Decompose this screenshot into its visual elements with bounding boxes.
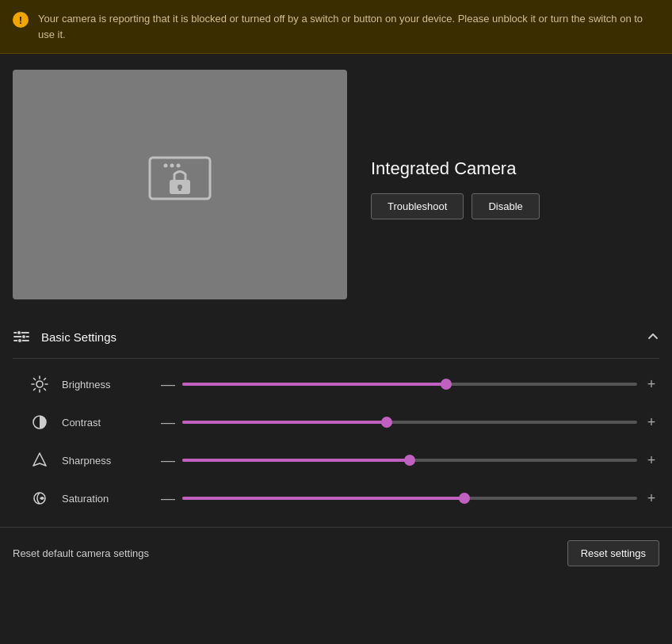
sliders-container: Brightness — + Contrast — [13, 359, 659, 524]
camera-buttons: Troubleshoot Disable [371, 193, 540, 219]
brightness-row: Brightness — + [13, 365, 659, 403]
warning-banner: ! Your camera is reporting that it is bl… [0, 0, 672, 54]
svg-line-20 [44, 379, 46, 380]
saturation-label: Saturation [62, 493, 141, 505]
svg-line-19 [44, 389, 46, 391]
saturation-row: Saturation — + [13, 479, 659, 517]
saturation-plus[interactable]: + [643, 490, 659, 507]
svg-point-3 [177, 164, 181, 168]
sharpness-fill [182, 459, 410, 462]
contrast-row: Contrast — + [13, 403, 659, 441]
brightness-icon [29, 373, 51, 395]
settings-section: Basic Settings [0, 315, 672, 524]
saturation-icon [29, 487, 51, 509]
brightness-label: Brightness [62, 379, 141, 391]
disable-button[interactable]: Disable [472, 193, 539, 219]
saturation-controls: — + [160, 490, 659, 507]
contrast-controls: — + [160, 414, 659, 431]
saturation-fill [182, 497, 464, 500]
saturation-minus[interactable]: — [160, 490, 176, 507]
contrast-plus[interactable]: + [643, 414, 659, 431]
reset-settings-button[interactable]: Reset settings [567, 540, 659, 566]
svg-line-18 [34, 379, 36, 380]
svg-point-11 [22, 335, 26, 339]
camera-name: Integrated Camera [371, 158, 540, 179]
camera-section: Integrated Camera Troubleshoot Disable [0, 54, 672, 315]
settings-title: Basic Settings [41, 330, 116, 344]
contrast-thumb[interactable] [381, 417, 392, 428]
svg-point-10 [17, 331, 21, 335]
contrast-fill [182, 421, 387, 424]
svg-point-1 [164, 164, 168, 168]
contrast-track[interactable] [182, 421, 637, 424]
settings-header-left: Basic Settings [13, 328, 116, 345]
brightness-plus[interactable]: + [643, 376, 659, 393]
svg-point-12 [18, 339, 22, 343]
brightness-controls: — + [160, 376, 659, 393]
brightness-minus[interactable]: — [160, 376, 176, 393]
sliders-icon [13, 328, 30, 345]
camera-info: Integrated Camera Troubleshoot Disable [371, 151, 540, 219]
reset-default-label: Reset default camera settings [13, 547, 149, 559]
sharpness-track[interactable] [182, 459, 637, 462]
contrast-icon [29, 411, 51, 433]
sharpness-plus[interactable]: + [643, 452, 659, 469]
sharpness-label: Sharpness [62, 455, 141, 467]
sharpness-thumb[interactable] [404, 455, 415, 466]
svg-line-21 [34, 389, 36, 391]
camera-locked-icon [148, 156, 212, 213]
svg-rect-6 [179, 188, 181, 191]
chevron-up-icon [647, 330, 659, 343]
camera-preview [13, 70, 347, 299]
brightness-track[interactable] [182, 383, 637, 386]
brightness-thumb[interactable] [441, 379, 452, 390]
bottom-bar: Reset default camera settings Reset sett… [0, 527, 672, 579]
settings-header[interactable]: Basic Settings [13, 315, 659, 359]
sharpness-row: Sharpness — + [13, 441, 659, 479]
svg-point-2 [170, 164, 174, 168]
sharpness-icon [29, 449, 51, 471]
saturation-track[interactable] [182, 497, 637, 500]
sharpness-controls: — + [160, 452, 659, 469]
contrast-label: Contrast [62, 417, 141, 429]
troubleshoot-button[interactable]: Troubleshoot [371, 193, 464, 219]
svg-point-13 [36, 381, 43, 387]
brightness-fill [182, 383, 446, 386]
warning-icon: ! [13, 12, 29, 28]
locked-camera-svg [148, 156, 212, 213]
contrast-minus[interactable]: — [160, 414, 176, 431]
warning-text: Your camera is reporting that it is bloc… [38, 11, 659, 42]
sharpness-minus[interactable]: — [160, 452, 176, 469]
saturation-thumb[interactable] [459, 493, 470, 504]
